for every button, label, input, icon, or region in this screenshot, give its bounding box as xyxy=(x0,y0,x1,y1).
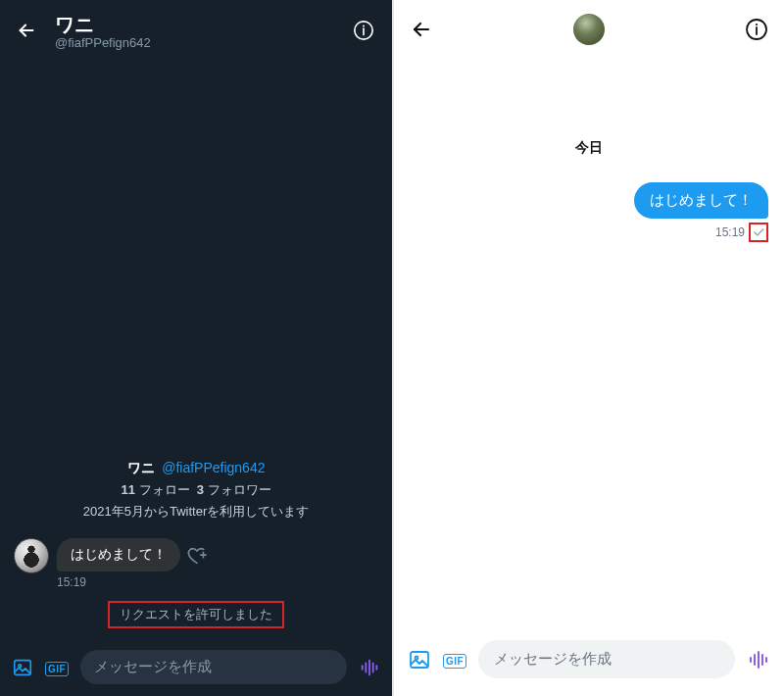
profile-stats: 11 フォロー 3 フォロワー xyxy=(0,481,392,499)
svg-rect-8 xyxy=(372,662,374,672)
image-icon xyxy=(408,648,431,671)
check-icon xyxy=(752,225,765,239)
following-count: 11 xyxy=(121,482,134,497)
info-icon xyxy=(745,18,768,41)
compose-input[interactable]: メッセージを作成 xyxy=(80,650,347,684)
read-status xyxy=(749,223,768,242)
image-button[interactable] xyxy=(408,648,431,671)
chat-title: ワニ xyxy=(55,14,353,35)
date-separator: 今日 xyxy=(410,139,768,157)
followers-count: 3 xyxy=(197,482,204,497)
svg-point-2 xyxy=(363,25,365,26)
voice-button[interactable] xyxy=(359,657,380,678)
message-time: 15:19 xyxy=(715,225,745,239)
avatar[interactable] xyxy=(573,14,605,45)
right-composer: GIF メッセージを作成 xyxy=(394,630,784,696)
gif-button[interactable]: GIF xyxy=(45,659,69,676)
message-meta: 15:19 xyxy=(715,223,768,242)
svg-rect-5 xyxy=(362,665,364,671)
image-icon xyxy=(12,657,33,678)
message-bubble-incoming[interactable]: はじめまして！ xyxy=(57,538,180,572)
followers-label: フォロワー xyxy=(208,482,271,497)
svg-point-14 xyxy=(416,656,418,659)
arrow-left-icon xyxy=(16,20,37,41)
info-icon xyxy=(353,20,374,41)
svg-rect-17 xyxy=(758,651,760,669)
svg-rect-3 xyxy=(15,660,31,674)
profile-name: ワニ xyxy=(127,460,155,475)
back-button[interactable] xyxy=(16,14,39,41)
heart-plus-icon xyxy=(186,545,208,567)
profile-summary: ワニ @fiafPPefign642 11 フォロー 3 フォロワー 2021年… xyxy=(0,460,392,538)
left-composer: GIF メッセージを作成 xyxy=(0,642,392,696)
system-message: リクエストを許可しました xyxy=(108,601,284,628)
svg-point-4 xyxy=(19,664,22,667)
avatar[interactable] xyxy=(14,538,49,573)
gif-icon: GIF xyxy=(45,662,69,676)
voice-button[interactable] xyxy=(747,648,770,671)
image-button[interactable] xyxy=(12,657,33,678)
svg-point-12 xyxy=(756,24,758,25)
left-panel: ワニ @fiafPPefign642 ワニ @fiafPPefign642 11… xyxy=(0,0,392,696)
svg-rect-6 xyxy=(365,662,367,672)
profile-handle[interactable]: @fiafPPefign642 xyxy=(162,460,265,475)
system-message-wrap: リクエストを許可しました xyxy=(0,589,392,628)
message-bubble-outgoing[interactable]: はじめまして！ xyxy=(634,182,768,219)
right-header xyxy=(394,0,784,59)
gif-button[interactable]: GIF xyxy=(443,651,466,669)
right-panel: 今日 はじめまして！ 15:19 GIF メッセージを作成 xyxy=(392,0,784,696)
arrow-left-icon xyxy=(410,18,433,41)
voice-wave-icon xyxy=(359,657,380,678)
svg-rect-9 xyxy=(375,665,377,671)
profile-since: 2021年5月からTwitterを利用しています xyxy=(0,503,392,521)
svg-rect-18 xyxy=(761,654,763,666)
compose-input[interactable]: メッセージを作成 xyxy=(478,640,735,678)
chat-handle: @fiafPPefign642 xyxy=(55,35,353,50)
right-body: 今日 はじめまして！ 15:19 xyxy=(394,59,784,630)
gif-icon: GIF xyxy=(443,654,466,669)
voice-wave-icon xyxy=(747,648,770,671)
left-header: ワニ @fiafPPefign642 xyxy=(0,0,392,58)
message-time: 15:19 xyxy=(57,575,392,589)
svg-rect-7 xyxy=(368,659,370,675)
svg-rect-13 xyxy=(411,652,428,668)
header-title-wrap: ワニ @fiafPPefign642 xyxy=(55,14,353,50)
back-button[interactable] xyxy=(410,18,433,41)
svg-rect-19 xyxy=(765,657,767,663)
following-label: フォロー xyxy=(139,482,190,497)
message-row: はじめまして！ xyxy=(0,538,392,573)
svg-rect-15 xyxy=(750,657,752,663)
svg-rect-16 xyxy=(754,654,756,666)
info-button[interactable] xyxy=(745,18,768,41)
info-button[interactable] xyxy=(353,14,376,41)
react-button[interactable] xyxy=(186,545,208,567)
